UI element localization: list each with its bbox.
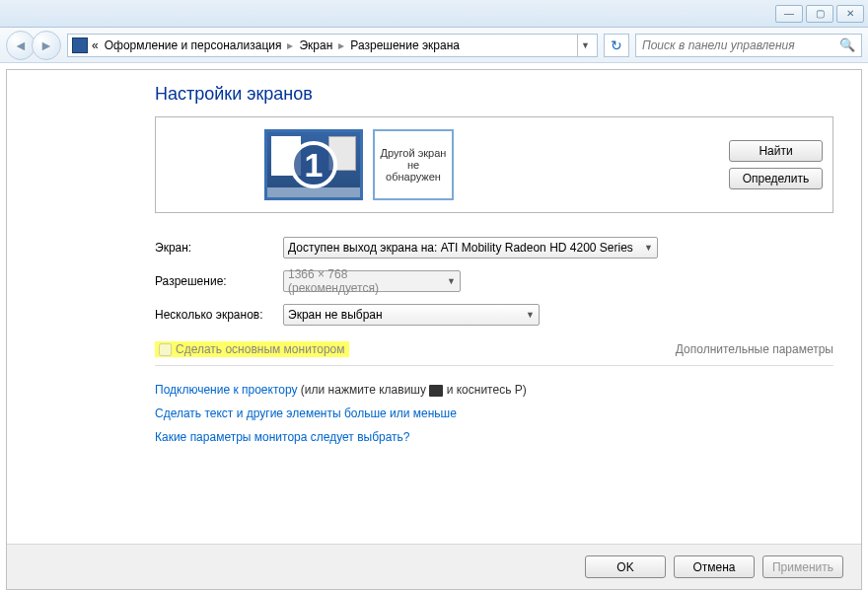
make-primary-checkbox [159,343,172,356]
breadcrumb[interactable]: « Оформление и персонализация ▸ Экран ▸ … [67,34,598,57]
cancel-button[interactable]: Отмена [674,555,755,578]
minimize-button[interactable]: — [775,5,803,23]
resolution-select: 1366 × 768 (рекомендуется) ▼ [283,270,461,292]
search-icon[interactable]: 🔍 [839,37,855,52]
page-title: Настройки экранов [155,84,833,105]
close-button[interactable]: ✕ [836,5,864,23]
apply-button: Применить [762,555,843,578]
content-area: Настройки экранов 1 Другой экран не обна… [6,69,862,590]
multiple-displays-select[interactable]: Экран не выбран ▼ [283,304,540,326]
breadcrumb-prefix: « [92,38,99,52]
screen-select[interactable]: Доступен выход экрана на: ATI Mobility R… [283,237,658,259]
make-primary-highlight: Сделать основным монитором [155,341,349,357]
resolution-select-value: 1366 × 768 (рекомендуется) [288,267,441,295]
projector-hint-end: и коснитесь P) [447,383,527,397]
text-size-link[interactable]: Сделать текст и другие элементы больше и… [155,406,457,420]
search-input[interactable] [642,38,839,52]
breadcrumb-dropdown-icon[interactable]: ▼ [577,35,593,56]
refresh-button[interactable]: ↻ [604,34,629,57]
monitor-1-number: 1 [290,141,337,188]
ok-button[interactable]: OK [585,555,666,578]
chevron-down-icon: ▼ [526,310,535,320]
advanced-settings-link[interactable]: Дополнительные параметры [676,342,833,356]
screen-select-value: Доступен выход экрана на: ATI Mobility R… [288,241,633,255]
monitor-not-detected[interactable]: Другой экран не обнаружен [373,129,454,200]
windows-key-icon [429,385,443,397]
dialog-buttons: OK Отмена Применить [7,544,861,589]
display-arrangement-box: 1 Другой экран не обнаружен Найти Опреде… [155,116,833,213]
breadcrumb-resolution[interactable]: Разрешение экрана [348,38,462,52]
multiple-displays-label: Несколько экранов: [155,308,283,322]
screen-label: Экран: [155,241,283,255]
maximize-button[interactable]: ▢ [806,5,833,23]
breadcrumb-display[interactable]: Экран [297,38,334,52]
chevron-down-icon: ▼ [447,276,456,286]
make-primary-label: Сделать основным монитором [176,342,345,356]
identify-button[interactable]: Определить [729,168,823,189]
forward-button[interactable]: ► [32,31,61,60]
resolution-label: Разрешение: [155,274,283,288]
multiple-displays-value: Экран не выбран [288,308,383,322]
breadcrumb-sep-icon: ▸ [338,38,344,52]
breadcrumb-personalization[interactable]: Оформление и персонализация [103,38,284,52]
which-monitor-link[interactable]: Какие параметры монитора следует выбрать… [155,430,410,444]
find-button[interactable]: Найти [729,140,823,162]
nav-buttons: ◄ ► [6,31,61,60]
search-box[interactable]: 🔍 [635,34,862,57]
monitor-1[interactable]: 1 [264,129,363,200]
window-title-bar: — ▢ ✕ [0,0,868,28]
address-toolbar: ◄ ► « Оформление и персонализация ▸ Экра… [0,28,868,63]
breadcrumb-sep-icon: ▸ [287,38,293,52]
control-panel-icon [72,37,88,53]
chevron-down-icon: ▼ [644,243,653,253]
projector-link[interactable]: Подключение к проектору [155,383,298,397]
help-links: Подключение к проектору (или нажмите кла… [155,378,833,449]
projector-hint-text: (или нажмите клавишу [301,383,430,397]
